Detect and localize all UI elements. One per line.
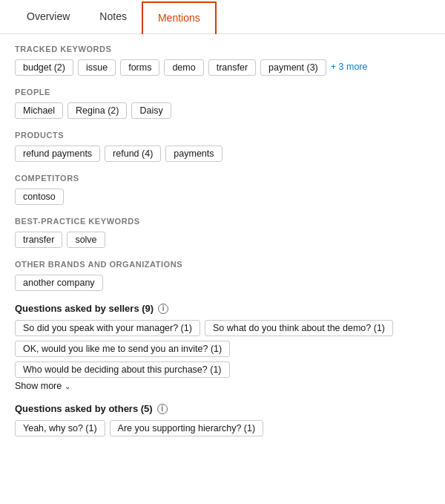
tag-refund[interactable]: refund (4)	[105, 145, 161, 162]
questions-others-header: Questions asked by others (5) i	[15, 403, 430, 414]
people-label: PEOPLE	[15, 88, 430, 96]
other-brands-tags: another company	[15, 275, 430, 291]
best-practice-tags: transfer solve	[15, 232, 430, 248]
tag-demo[interactable]: demo	[164, 59, 203, 76]
section-tracked-keywords: TRACKED KEYWORDS budget (2) issue forms …	[15, 45, 430, 76]
tag-regina[interactable]: Regina (2)	[67, 102, 127, 119]
section-questions-others: Questions asked by others (5) i Yeah, wh…	[15, 403, 430, 436]
show-more-button[interactable]: Show more ⌄	[15, 381, 70, 391]
tag-contoso[interactable]: contoso	[15, 189, 64, 205]
tab-mentions[interactable]: Mentions	[142, 1, 217, 34]
section-competitors: COMPETITORS contoso	[15, 174, 430, 205]
tag-refund-payments[interactable]: refund payments	[15, 145, 100, 162]
tag-forms[interactable]: forms	[120, 59, 159, 76]
section-other-brands: OTHER BRANDS AND ORGANIZATIONS another c…	[15, 260, 430, 291]
section-best-practice: BEST-PRACTICE KEYWORDS transfer solve	[15, 217, 430, 248]
chevron-down-icon: ⌄	[65, 382, 70, 390]
competitors-label: COMPETITORS	[15, 174, 430, 183]
tag-bp-solve[interactable]: solve	[67, 232, 105, 248]
tag-payment[interactable]: payment (3)	[260, 59, 326, 76]
tracked-keywords-tags: budget (2) issue forms demo transfer pay…	[15, 59, 430, 76]
tag-budget[interactable]: budget (2)	[15, 59, 73, 76]
other-brands-label: OTHER BRANDS AND ORGANIZATIONS	[15, 260, 430, 269]
products-label: PRODUCTS	[15, 131, 430, 140]
questions-others-title: Questions asked by others (5)	[15, 403, 153, 414]
tab-notes[interactable]: Notes	[85, 1, 142, 33]
products-tags: refund payments refund (4) payments	[15, 145, 430, 162]
show-more-label: Show more	[15, 381, 62, 391]
main-content: TRACKED KEYWORDS budget (2) issue forms …	[0, 34, 445, 459]
tag-q-why[interactable]: Yeah, why so? (1)	[15, 420, 105, 436]
tag-michael[interactable]: Michael	[15, 102, 63, 119]
tag-q-manager[interactable]: So did you speak with your manager? (1)	[15, 320, 200, 336]
tag-transfer[interactable]: transfer	[208, 59, 256, 76]
tag-payments[interactable]: payments	[165, 145, 222, 162]
tag-q-demo[interactable]: So what do you think about the demo? (1)	[205, 320, 393, 336]
section-people: PEOPLE Michael Regina (2) Daisy	[15, 88, 430, 119]
tab-bar: Overview Notes Mentions	[0, 0, 445, 34]
questions-sellers-header: Questions asked by sellers (9) i	[15, 303, 430, 314]
tag-bp-transfer[interactable]: transfer	[15, 232, 62, 248]
competitors-tags: contoso	[15, 189, 430, 205]
tab-overview[interactable]: Overview	[12, 1, 85, 33]
people-tags: Michael Regina (2) Daisy	[15, 102, 430, 119]
questions-others-info-icon[interactable]: i	[157, 404, 168, 414]
best-practice-label: BEST-PRACTICE KEYWORDS	[15, 217, 430, 226]
tag-issue[interactable]: issue	[78, 59, 116, 76]
questions-sellers-info-icon[interactable]: i	[158, 304, 168, 314]
questions-sellers-title: Questions asked by sellers (9)	[15, 303, 154, 314]
section-products: PRODUCTS refund payments refund (4) paym…	[15, 131, 430, 162]
tag-q-hierarchy[interactable]: Are you supporting hierarchy? (1)	[110, 420, 264, 436]
tag-daisy[interactable]: Daisy	[131, 102, 171, 119]
questions-others-tags: Yeah, why so? (1) Are you supporting hie…	[15, 420, 430, 436]
tag-q-purchase[interactable]: Who would be deciding about this purchas…	[15, 361, 230, 378]
section-questions-sellers: Questions asked by sellers (9) i So did …	[15, 303, 430, 391]
questions-sellers-tags: So did you speak with your manager? (1) …	[15, 320, 430, 378]
tag-q-invite[interactable]: OK, would you like me to send you an inv…	[15, 341, 230, 357]
tracked-keywords-label: TRACKED KEYWORDS	[15, 45, 430, 53]
more-keywords-link[interactable]: + 3 more	[331, 59, 375, 76]
tag-another-company[interactable]: another company	[15, 275, 103, 291]
